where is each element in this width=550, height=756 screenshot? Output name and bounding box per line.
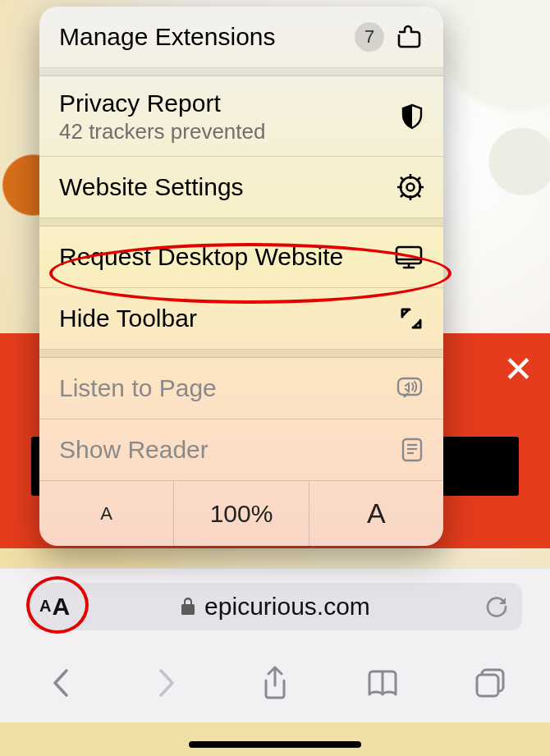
page-settings-aa-button[interactable]: AA (39, 583, 70, 630)
menu-item-label: Privacy Report (59, 89, 221, 117)
shield-icon (401, 103, 424, 130)
menu-item-label: Hide Toolbar (59, 305, 197, 332)
extensions-count-badge: 7 (355, 22, 384, 52)
lock-icon (180, 597, 196, 616)
bottom-toolbar (0, 644, 550, 722)
gear-icon (397, 174, 424, 200)
svg-line-9 (417, 194, 421, 198)
reader-icon (401, 437, 424, 463)
menu-item-label: Website Settings (59, 173, 244, 201)
menu-item-label: Listen to Page (59, 374, 217, 402)
svg-line-11 (401, 194, 405, 198)
menu-item-request-desktop-website[interactable]: Request Desktop Website (39, 227, 443, 288)
menu-separator (39, 350, 443, 358)
text-size-decrease[interactable]: A (39, 481, 173, 546)
page-settings-menu: Manage Extensions 7 Privacy Report 42 tr… (39, 7, 443, 546)
svg-rect-1 (477, 675, 498, 696)
share-button[interactable] (250, 658, 300, 708)
menu-item-listen-to-page: Listen to Page (39, 358, 443, 419)
desktop-icon (394, 245, 424, 269)
address-bar-area: AA epicurious.com (0, 568, 550, 644)
reload-icon[interactable] (484, 583, 509, 630)
menu-item-privacy-report[interactable]: Privacy Report 42 trackers prevented (39, 76, 443, 157)
text-size-value[interactable]: 100% (173, 481, 308, 546)
menu-item-website-settings[interactable]: Website Settings (39, 157, 443, 218)
close-icon[interactable]: ✕ (503, 351, 534, 387)
forward-button[interactable] (143, 658, 192, 708)
tabs-button[interactable] (465, 658, 515, 708)
text-size-control: A 100% A (39, 480, 443, 546)
menu-item-manage-extensions[interactable]: Manage Extensions 7 (39, 7, 443, 68)
text-size-large-icon: A (52, 593, 70, 621)
text-size-small-icon: A (39, 597, 51, 616)
address-bar-domain: epicurious.com (204, 593, 370, 621)
back-button[interactable] (35, 658, 85, 708)
home-indicator (189, 741, 361, 748)
svg-line-8 (401, 177, 405, 181)
address-bar[interactable]: AA epicurious.com (28, 583, 522, 630)
svg-point-3 (407, 184, 415, 191)
menu-separator (39, 218, 443, 227)
menu-item-label: Request Desktop Website (59, 243, 343, 271)
speech-audio-icon (396, 376, 424, 401)
expand-icon (399, 306, 424, 331)
svg-line-10 (417, 177, 421, 181)
menu-item-show-reader: Show Reader (39, 419, 443, 480)
svg-rect-12 (396, 247, 421, 263)
text-size-increase[interactable]: A (309, 481, 443, 546)
menu-item-hide-toolbar[interactable]: Hide Toolbar (39, 288, 443, 350)
bookmarks-button[interactable] (358, 658, 407, 708)
menu-item-label: Manage Extensions (59, 23, 276, 51)
privacy-report-subtitle: 42 trackers prevented (59, 119, 265, 144)
menu-separator (39, 68, 443, 76)
puzzle-icon (396, 25, 424, 49)
menu-item-label: Show Reader (59, 436, 209, 464)
